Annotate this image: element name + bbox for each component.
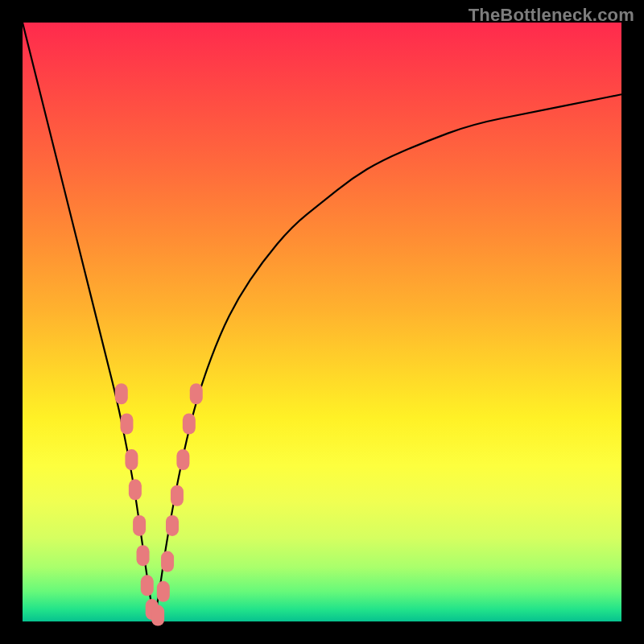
marker	[161, 551, 174, 572]
marker	[183, 413, 196, 434]
chart-svg	[23, 23, 621, 621]
marker	[129, 479, 142, 500]
marker	[176, 449, 189, 470]
marker-group	[115, 383, 203, 625]
marker	[125, 449, 138, 470]
marker	[115, 383, 128, 404]
marker	[171, 485, 184, 506]
marker	[133, 515, 146, 536]
marker	[137, 545, 150, 566]
watermark: TheBottleneck.com	[469, 5, 634, 26]
bottleneck-curve	[23, 23, 621, 613]
marker	[141, 575, 154, 596]
chart-area	[23, 23, 621, 621]
marker	[151, 605, 164, 626]
marker	[166, 515, 179, 536]
marker	[190, 383, 203, 404]
marker	[120, 413, 133, 434]
marker	[157, 581, 170, 602]
